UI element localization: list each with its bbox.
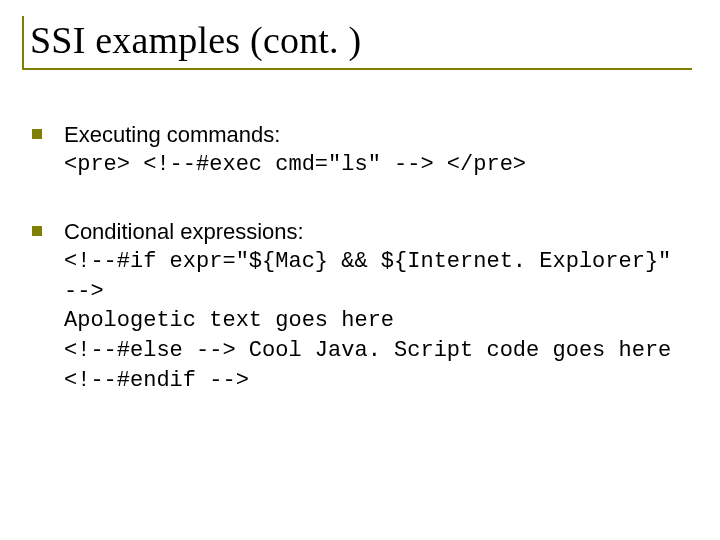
list-item: Conditional expressions: <!--#if expr="$… (32, 217, 692, 395)
item-lead: Conditional expressions: (64, 219, 304, 244)
item-code: <!--#if expr="${Mac} && ${Internet. Expl… (64, 247, 692, 395)
list-item: Executing commands: <pre> <!--#exec cmd=… (32, 120, 692, 179)
square-bullet-icon (32, 226, 42, 236)
title-underline: SSI examples (cont. ) (22, 16, 692, 70)
square-bullet-icon (32, 129, 42, 139)
slide: SSI examples (cont. ) Executing commands… (0, 0, 720, 540)
slide-title: SSI examples (cont. ) (30, 18, 692, 62)
item-lead: Executing commands: (64, 122, 280, 147)
list-item-content: Executing commands: <pre> <!--#exec cmd=… (64, 120, 692, 179)
slide-body: Executing commands: <pre> <!--#exec cmd=… (28, 120, 692, 396)
list-item-content: Conditional expressions: <!--#if expr="$… (64, 217, 692, 395)
item-code: <pre> <!--#exec cmd="ls" --> </pre> (64, 150, 692, 180)
